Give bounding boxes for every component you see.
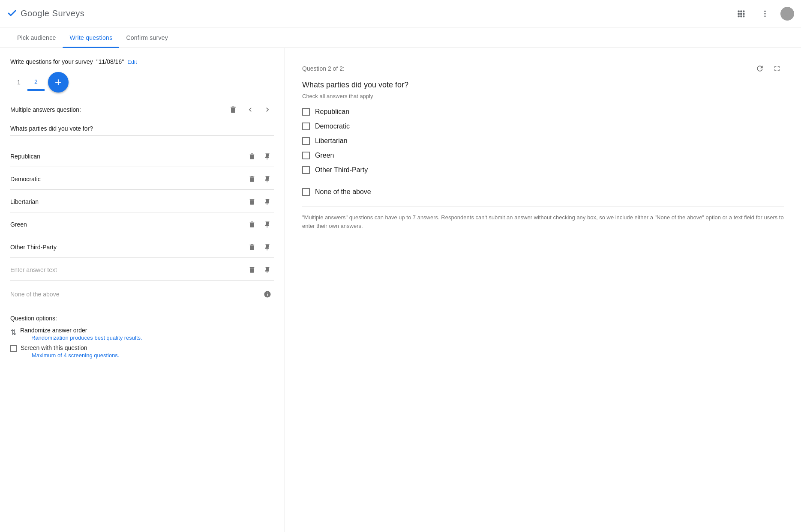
none-of-above-text: None of the above: [10, 291, 59, 298]
preview-checkbox-green[interactable]: [302, 152, 310, 159]
delete-green-icon[interactable]: [245, 218, 259, 231]
question-type-label: Multiple answers question:: [10, 106, 81, 113]
preview-info-box: "Multiple answers" questions can have up…: [302, 206, 784, 237]
randomize-label: Randomize answer order: [20, 327, 142, 334]
none-of-above-row: None of the above: [10, 284, 274, 305]
more-options-icon[interactable]: [756, 5, 774, 22]
answer-text-green: Green: [10, 221, 245, 228]
tab-write-questions[interactable]: Write questions: [63, 27, 119, 48]
survey-title-prefix: Write questions for your survey: [10, 58, 93, 65]
randomize-text-group: Randomize answer order Randomization pro…: [20, 327, 142, 341]
edit-link[interactable]: Edit: [127, 59, 137, 65]
arrow-right-icon[interactable]: [261, 103, 274, 117]
preview-divider: [302, 181, 784, 181]
answer-option-libertarian: Libertarian: [10, 191, 274, 212]
pin-other-icon[interactable]: [261, 240, 274, 254]
preview-option-green: Green: [302, 152, 784, 159]
add-question-icon: +: [55, 75, 62, 89]
question-text-input[interactable]: [10, 122, 274, 136]
answer-option-other-third-party: Other Third-Party: [10, 237, 274, 258]
answer-icons-other-third-party: [245, 240, 274, 254]
question-actions: [226, 103, 274, 117]
answer-icons-republican: [245, 149, 274, 163]
answer-text-libertarian: Libertarian: [10, 198, 245, 205]
logo-text: Google Surveys: [21, 9, 84, 18]
logo-area: Google Surveys: [7, 8, 84, 19]
answer-options-list: Republican Democratic: [10, 146, 274, 281]
preview-option-text-none-of-above: None of the above: [315, 188, 371, 196]
randomize-option-row: ⇅ Randomize answer order Randomization p…: [10, 327, 274, 341]
tab-confirm-survey[interactable]: Confirm survey: [119, 27, 175, 48]
svg-point-12: [785, 10, 790, 15]
preview-header: Question 2 of 2:: [302, 62, 784, 75]
preview-checkbox-other-third-party[interactable]: [302, 166, 310, 174]
arrow-left-icon[interactable]: [243, 103, 257, 117]
screen-hint[interactable]: Maximum of 4 screening questions.: [32, 352, 119, 359]
fullscreen-preview-icon[interactable]: [770, 62, 784, 75]
delete-question-icon[interactable]: [226, 103, 240, 117]
survey-title-row: Write questions for your survey "11/08/1…: [10, 58, 274, 65]
question-tab-1[interactable]: 1: [10, 74, 27, 91]
apps-icon[interactable]: [732, 5, 750, 22]
header: Google Surveys: [0, 0, 801, 27]
pin-placeholder-icon[interactable]: [261, 263, 274, 277]
answer-option-placeholder: Enter answer text: [10, 260, 274, 281]
preview-option-text-green: Green: [315, 152, 334, 159]
question-type-row: Multiple answers question:: [10, 103, 274, 117]
pin-green-icon[interactable]: [261, 218, 274, 231]
left-panel: Write questions for your survey "11/08/1…: [0, 48, 285, 532]
screen-checkbox[interactable]: [10, 345, 17, 352]
answer-icons-libertarian: [245, 195, 274, 209]
avatar[interactable]: [780, 7, 794, 21]
svg-rect-1: [740, 10, 742, 12]
pin-libertarian-icon[interactable]: [261, 195, 274, 209]
preview-question-title: Whats parties did you vote for?: [302, 81, 784, 90]
preview-checkbox-republican[interactable]: [302, 108, 310, 116]
pin-republican-icon[interactable]: [261, 149, 274, 163]
svg-rect-2: [743, 10, 744, 12]
answer-text-republican: Republican: [10, 153, 245, 160]
delete-placeholder-icon[interactable]: [245, 263, 259, 277]
answer-text-placeholder[interactable]: Enter answer text: [10, 266, 245, 273]
delete-libertarian-icon[interactable]: [245, 195, 259, 209]
preview-option-none-of-above: None of the above: [302, 188, 784, 196]
svg-rect-6: [738, 15, 740, 17]
main-content: Write questions for your survey "11/08/1…: [0, 48, 801, 532]
refresh-preview-icon[interactable]: [753, 62, 767, 75]
svg-rect-8: [743, 15, 744, 17]
preview-checkbox-none-of-above[interactable]: [302, 188, 310, 196]
preview-option-text-other-third-party: Other Third-Party: [315, 166, 368, 174]
survey-name: "11/08/16": [96, 58, 124, 65]
pin-democratic-icon[interactable]: [261, 172, 274, 186]
svg-rect-3: [738, 13, 740, 15]
screen-text-group: Screen with this question Maximum of 4 s…: [21, 344, 119, 359]
svg-point-9: [764, 10, 765, 12]
delete-other-icon[interactable]: [245, 240, 259, 254]
answer-icons-democratic: [245, 172, 274, 186]
preview-option-text-libertarian: Libertarian: [315, 137, 348, 145]
add-question-button[interactable]: +: [48, 72, 69, 93]
none-of-above-info-icon[interactable]: [261, 287, 274, 301]
question-tab-2[interactable]: 2: [27, 74, 45, 91]
delete-democratic-icon[interactable]: [245, 172, 259, 186]
answer-option-democratic: Democratic: [10, 169, 274, 190]
randomize-hint[interactable]: Randomization produces best quality resu…: [31, 335, 142, 341]
right-panel: Question 2 of 2: Whats parties did you v…: [285, 48, 801, 532]
svg-rect-7: [740, 15, 742, 17]
question-options: Question options: ⇅ Randomize answer ord…: [10, 315, 274, 359]
svg-point-11: [764, 15, 765, 17]
preview-actions: [753, 62, 784, 75]
delete-republican-icon[interactable]: [245, 149, 259, 163]
svg-rect-0: [738, 10, 740, 12]
preview-checkbox-democratic[interactable]: [302, 123, 310, 130]
answer-text-democratic: Democratic: [10, 176, 245, 182]
preview-checkbox-libertarian[interactable]: [302, 137, 310, 145]
preview-option-democratic: Democratic: [302, 123, 784, 130]
tab-pick-audience[interactable]: Pick audience: [10, 27, 63, 48]
randomize-icon: ⇅: [10, 328, 17, 337]
answer-option-green: Green: [10, 214, 274, 235]
preview-option-republican: Republican: [302, 108, 784, 116]
question-options-label: Question options:: [10, 315, 274, 322]
answer-icons-green: [245, 218, 274, 231]
preview-option-text-democratic: Democratic: [315, 123, 350, 130]
